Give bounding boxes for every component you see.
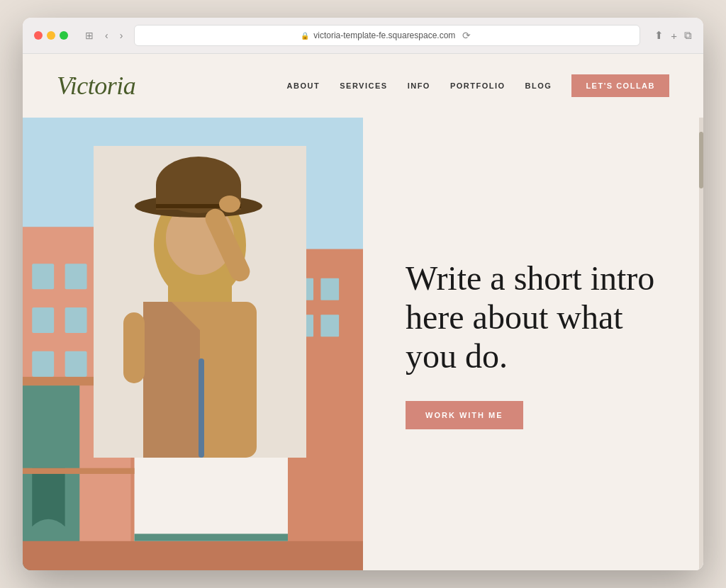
svg-rect-4 [32,264,54,289]
browser-window: ⊞ ‹ › 🔒 victoria-template-fe.squarespace… [23,18,703,570]
browser-chrome: ⊞ ‹ › 🔒 victoria-template-fe.squarespace… [23,18,703,54]
url-text: victoria-template-fe.squarespace.com [313,30,455,40]
traffic-lights [34,31,68,40]
site-header: Victoria ABOUT SERVICES INFO PORTFOLIO B… [23,54,703,118]
reload-button[interactable]: ⟳ [459,28,474,43]
address-bar[interactable]: 🔒 victoria-template-fe.squarespace.com ⟳ [134,25,640,46]
maximize-button[interactable] [60,31,68,40]
site-logo: Victoria [57,71,135,101]
back-button[interactable]: ‹ [102,28,111,43]
minimize-button[interactable] [47,31,55,40]
nav-about[interactable]: ABOUT [287,81,320,90]
svg-rect-7 [32,307,54,333]
hero-cta-button[interactable]: WORK WITH ME [406,401,523,429]
portrait-figure-svg [94,146,306,458]
svg-rect-19 [320,315,339,337]
tabs-button[interactable]: ⧉ [684,29,692,42]
svg-rect-33 [199,358,204,458]
nav-cta-button[interactable]: LET'S COLLAB [571,74,669,97]
hero-section: Write a short intro here about what you … [23,118,703,570]
portrait-photo [94,146,306,458]
window-layout-button[interactable]: ⊞ [82,28,96,43]
svg-rect-8 [65,307,87,333]
scrollbar[interactable] [699,118,703,570]
website-content: Victoria ABOUT SERVICES INFO PORTFOLIO B… [23,54,703,570]
scrollbar-thumb[interactable] [699,132,703,188]
forward-button[interactable]: › [117,28,126,43]
nav-info[interactable]: INFO [408,81,430,90]
svg-rect-10 [32,351,54,377]
nav-portfolio[interactable]: PORTFOLIO [450,81,506,90]
hero-right-panel: Write a short intro here about what you … [363,118,703,570]
svg-rect-14 [23,468,135,474]
share-button[interactable]: ⬆ [654,29,664,42]
lock-icon: 🔒 [301,32,309,40]
nav-blog[interactable]: BLOG [525,81,552,90]
browser-controls: ⊞ ‹ › [82,28,125,43]
svg-rect-20 [23,541,363,570]
site-nav: ABOUT SERVICES INFO PORTFOLIO BLOG LET'S… [287,74,669,97]
svg-point-31 [219,196,240,213]
svg-rect-5 [65,264,87,289]
new-tab-button[interactable]: + [671,29,677,42]
svg-rect-34 [123,312,145,383]
browser-actions: ⬆ + ⧉ [654,29,692,42]
hero-headline: Write a short intro here about what you … [406,259,661,376]
nav-services[interactable]: SERVICES [340,81,387,90]
svg-rect-17 [320,278,339,300]
close-button[interactable] [34,31,43,40]
hero-left-panel [23,118,363,570]
svg-rect-21 [135,533,288,541]
svg-rect-11 [65,351,87,377]
